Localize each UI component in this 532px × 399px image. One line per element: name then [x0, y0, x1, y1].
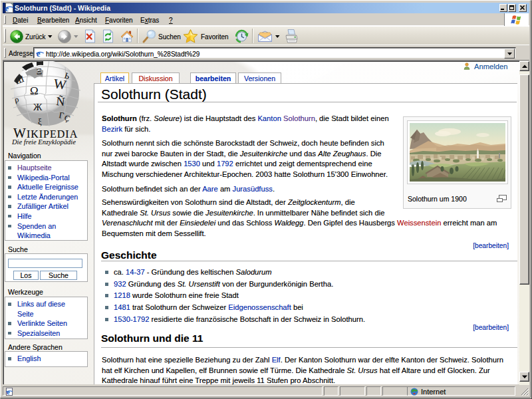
svg-text:Ñ: Ñ — [56, 94, 66, 108]
svg-text:Ξ: Ξ — [36, 66, 42, 76]
svg-text:Ж: Ж — [33, 102, 43, 112]
svg-text:e: e — [5, 4, 9, 13]
svg-text:e: e — [7, 388, 10, 396]
svg-text:W: W — [53, 76, 67, 92]
svg-text:Ω: Ω — [30, 84, 39, 97]
svg-text:ξ: ξ — [38, 116, 42, 126]
